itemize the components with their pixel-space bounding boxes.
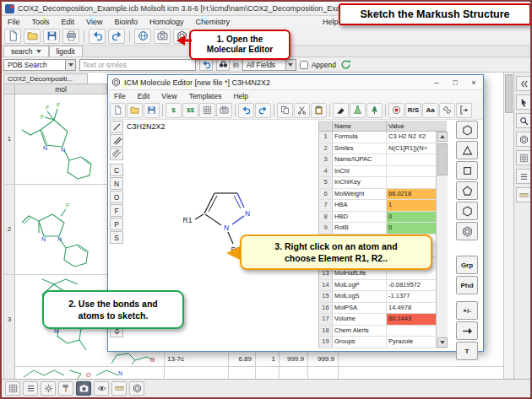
property-row[interactable]: 9RotB0 [319, 223, 447, 235]
triangle-template-button[interactable] [456, 141, 478, 159]
editor-menu-edit[interactable]: Edit [132, 92, 156, 100]
atom-label-n2[interactable]: N [224, 224, 229, 232]
charge-button[interactable]: +/- [456, 301, 478, 320]
stereo-rs-button[interactable]: R/S [405, 103, 421, 118]
grid-view-button[interactable] [5, 381, 20, 396]
cell-value[interactable]: 999.9 [309, 355, 334, 363]
cyclohexane-template-button[interactable] [456, 202, 478, 220]
editor-table-button[interactable] [199, 103, 215, 118]
expand-bracket-button[interactable] [456, 103, 472, 118]
cell-name[interactable]: 13-7c [167, 355, 184, 363]
menu-file[interactable]: File [2, 18, 26, 26]
history-button[interactable] [199, 58, 213, 71]
editor-copy-button[interactable] [277, 103, 293, 118]
menu-homology[interactable]: Homology [144, 18, 190, 26]
editor-menu-help[interactable]: Help [227, 92, 253, 100]
property-row[interactable]: 17Volume60.1443 [319, 314, 447, 326]
list-view-button[interactable] [23, 381, 38, 396]
price-button[interactable]: $ [166, 103, 182, 118]
build-button[interactable] [58, 381, 73, 396]
cell-value[interactable]: 1 [257, 355, 275, 363]
selection-tool-button[interactable] [516, 94, 531, 110]
editor-title-bar[interactable]: ICM Molecule Editor [new file *] C3H4N2X… [108, 75, 483, 90]
structure-view-button[interactable] [516, 132, 531, 147]
measure-button[interactable] [111, 381, 127, 396]
editor-flask-button[interactable] [350, 103, 366, 118]
text-tool-button[interactable]: T [456, 342, 478, 360]
print-button[interactable] [62, 29, 79, 44]
list-view-button[interactable] [516, 169, 531, 184]
molecule-cell-row4[interactable]: O N [19, 367, 145, 379]
new-file-button[interactable] [4, 29, 21, 44]
property-row[interactable]: 13MolHalfLife [319, 268, 447, 280]
refresh-button[interactable] [339, 58, 353, 71]
redo-button[interactable] [108, 29, 125, 44]
menu-view[interactable]: View [80, 18, 108, 26]
open-button[interactable] [24, 29, 41, 44]
molecule-cell-row1[interactable]: F F F N N [17, 96, 106, 181]
property-row[interactable]: 5InChIKey [319, 177, 447, 189]
element-o-tool[interactable]: O [110, 191, 123, 203]
element-n-tool[interactable]: N [110, 177, 123, 190]
scrollbar-thumb[interactable] [437, 143, 448, 175]
property-row[interactable]: 15MolLogS-1.1377 [319, 291, 447, 303]
editor-menu-templates[interactable]: Templates [183, 92, 228, 100]
reaction-arrow-button[interactable] [456, 321, 478, 340]
element-f-tool[interactable]: F [110, 204, 123, 217]
atom-label-n1[interactable]: N [245, 209, 250, 218]
molecule-cell-row2[interactable]: F N N [17, 186, 106, 272]
visibility-button[interactable] [94, 381, 109, 396]
measure-tool-button[interactable] [516, 187, 531, 202]
save-button[interactable] [43, 29, 60, 44]
menu-chemistry[interactable]: Chemistry [189, 18, 236, 26]
scroll-up-button[interactable] [437, 132, 448, 142]
element-c-tool[interactable]: C [110, 164, 123, 176]
row-number[interactable]: 1 [3, 135, 15, 143]
group-button[interactable]: Grp [456, 256, 478, 274]
double-bond-tool[interactable] [110, 134, 123, 147]
editor-redo-button[interactable] [255, 103, 271, 118]
screenshot-button[interactable] [154, 29, 171, 44]
scroll-down-button[interactable] [437, 337, 448, 348]
menu-tools[interactable]: Tools [26, 18, 56, 26]
mol-column-header[interactable]: mol [15, 84, 107, 94]
element-p-tool[interactable]: P [110, 218, 123, 230]
close-button[interactable]: × [464, 75, 483, 89]
tab-search[interactable]: search [3, 46, 49, 57]
property-row[interactable]: 3Name/IUPAC [319, 154, 447, 166]
menu-bioinfo[interactable]: Bioinfo [108, 18, 144, 26]
price-all-button[interactable]: $$ [182, 103, 198, 118]
hexagon-template-button[interactable] [456, 121, 478, 139]
editor-image-button[interactable] [216, 103, 232, 118]
web-button[interactable] [134, 29, 151, 44]
editor-paste-button[interactable] [311, 103, 327, 118]
combo-caret-button[interactable] [65, 60, 75, 70]
snapshot-button[interactable] [76, 381, 91, 396]
table-panel-tab[interactable]: COX2_Decompositi... [3, 73, 88, 84]
editor-open-button[interactable] [127, 103, 143, 118]
atom-label-button[interactable]: Aa [422, 103, 438, 118]
square-template-button[interactable] [456, 161, 478, 180]
property-row[interactable]: 8HBD0 [319, 212, 447, 224]
find-button[interactable] [216, 58, 230, 71]
structure-button[interactable] [129, 381, 144, 396]
search-input[interactable] [79, 59, 196, 71]
property-row[interactable]: 16MolPSA14.4978 [319, 303, 447, 315]
element-s-tool[interactable]: S [110, 231, 123, 244]
cell-value[interactable]: 999.9 [280, 355, 304, 363]
atom-label-r1[interactable]: R1 [183, 216, 193, 224]
property-row[interactable]: 2SmilesN(C1[R1])(N= [319, 143, 447, 155]
combo-caret-button[interactable] [285, 60, 296, 70]
property-row[interactable]: 1FormulaC3 H2 N2 X2 [319, 132, 447, 143]
editor-record-button[interactable] [388, 103, 404, 118]
triple-bond-tool[interactable] [110, 148, 123, 160]
single-bond-tool[interactable] [110, 121, 123, 133]
collapse-panel-button[interactable] [516, 76, 531, 91]
grid-view-button[interactable] [516, 150, 531, 165]
menu-edit[interactable]: Edit [56, 18, 81, 26]
editor-menu-file[interactable]: File [108, 92, 132, 100]
property-row[interactable]: 7HBA1 [319, 200, 447, 212]
property-row[interactable]: 18Chem Alerts [319, 326, 447, 337]
vertical-scrollbar[interactable] [503, 73, 513, 379]
property-row[interactable]: 6MolWeight66.0218 [319, 189, 447, 201]
